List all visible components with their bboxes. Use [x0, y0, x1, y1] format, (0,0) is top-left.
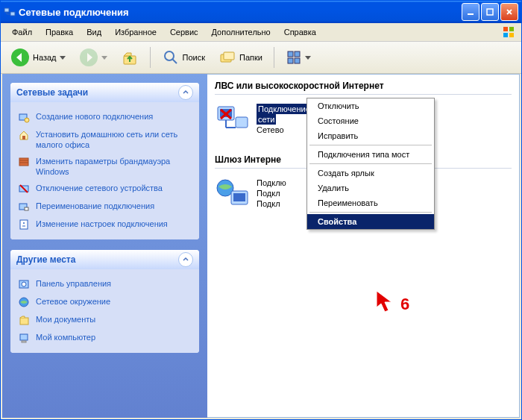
- toolbar-separator: [274, 47, 274, 68]
- panel-body: Создание нового подключения Установить д…: [10, 102, 199, 239]
- place-control-panel[interactable]: Панель управления: [18, 275, 192, 293]
- svg-line-16: [172, 59, 177, 63]
- rename-icon: [18, 201, 30, 213]
- context-menu: Отключить Состояние Исправить Подключени…: [306, 98, 435, 230]
- connection-line3: Сетево: [257, 125, 284, 134]
- new-connection-icon: [18, 111, 30, 123]
- menu-file[interactable]: Файл: [5, 26, 39, 38]
- folders-button[interactable]: Папки: [213, 46, 268, 69]
- tasks-sidebar: Сетевые задачи Создание нового подключен…: [2, 74, 207, 418]
- svg-rect-0: [4, 8, 9, 12]
- svg-rect-41: [22, 341, 26, 342]
- menu-tools[interactable]: Сервис: [163, 26, 205, 38]
- collapse-icon: [178, 252, 193, 267]
- task-label: Отключение сетевого устройства: [36, 183, 163, 193]
- panel-body: Панель управления Сетевое окружение Мои …: [10, 269, 199, 353]
- svg-rect-39: [20, 318, 28, 325]
- connection-line1: Подклю: [257, 178, 286, 187]
- place-label: Мой компьютер: [36, 332, 95, 342]
- svg-rect-1: [10, 12, 15, 16]
- divider: [215, 94, 512, 95]
- menu-view[interactable]: Вид: [80, 26, 108, 38]
- group-lan: ЛВС или высокоскоростной Интернет: [207, 75, 519, 98]
- svg-rect-8: [503, 27, 508, 31]
- panel-title: Другие места: [16, 254, 75, 265]
- internet-gateway-icon: [215, 178, 251, 209]
- ctx-repair[interactable]: Исправить: [307, 128, 434, 143]
- task-properties[interactable]: Изменение настроек подключения: [18, 216, 192, 233]
- task-label: Создание нового подключения: [36, 111, 153, 122]
- firewall-icon: [18, 156, 30, 168]
- ctx-bridge[interactable]: Подключения типа мост: [307, 147, 434, 162]
- network-connections-icon: [4, 6, 16, 18]
- place-network-places[interactable]: Сетевое окружение: [18, 293, 192, 311]
- ctx-rename[interactable]: Переименовать: [307, 195, 434, 210]
- chevron-down-icon: [101, 56, 107, 60]
- search-button[interactable]: Поиск: [157, 46, 210, 69]
- place-my-documents[interactable]: Мои документы: [18, 311, 192, 329]
- connection-line3: Подкл: [257, 199, 280, 208]
- svg-rect-18: [224, 52, 234, 60]
- views-icon: [286, 49, 302, 66]
- svg-point-37: [22, 282, 26, 286]
- menu-advanced[interactable]: Дополнительно: [205, 26, 277, 38]
- chevron-down-icon: [305, 56, 311, 60]
- ctx-disconnect[interactable]: Отключить: [307, 98, 434, 113]
- network-places-icon: [18, 296, 30, 308]
- windows-flag-icon: [500, 24, 517, 40]
- menu-edit[interactable]: Правка: [39, 26, 80, 38]
- svg-rect-4: [468, 13, 474, 15]
- folders-icon: [218, 48, 236, 66]
- minimize-button[interactable]: [462, 3, 479, 21]
- my-computer-icon: [18, 332, 30, 344]
- menu-favorites[interactable]: Избранное: [108, 26, 163, 38]
- window-buttons: [462, 3, 518, 21]
- forward-icon: [79, 48, 98, 67]
- lan-connection-icon: [215, 104, 251, 135]
- svg-rect-20: [295, 51, 300, 57]
- other-places-header[interactable]: Другие места: [10, 250, 199, 269]
- ctx-separator: [309, 163, 432, 164]
- maximize-button[interactable]: [481, 3, 499, 21]
- svg-rect-9: [509, 27, 514, 31]
- svg-point-24: [25, 118, 29, 122]
- ctx-shortcut[interactable]: Создать ярлык: [307, 166, 434, 181]
- search-label: Поиск: [183, 53, 205, 62]
- task-rename[interactable]: Переименование подключения: [18, 198, 192, 216]
- task-firewall[interactable]: Изменить параметры брандмауэра Windows: [18, 153, 192, 180]
- properties-icon: [18, 219, 30, 231]
- task-label: Переименование подключения: [36, 201, 154, 211]
- task-home-network[interactable]: Установить домашнюю сеть или сеть малого…: [18, 126, 192, 153]
- back-button[interactable]: Назад: [5, 45, 71, 70]
- views-button[interactable]: [280, 46, 316, 69]
- svg-rect-32: [25, 207, 28, 210]
- svg-rect-26: [19, 158, 28, 166]
- svg-rect-10: [503, 33, 508, 37]
- task-disable-device[interactable]: Отключение сетевого устройства: [18, 180, 192, 198]
- menubar: Файл Правка Вид Избранное Сервис Дополни…: [1, 23, 521, 42]
- disable-device-icon: [18, 183, 30, 195]
- place-my-computer[interactable]: Мой компьютер: [18, 329, 192, 347]
- connection-line2: сети: [257, 114, 276, 125]
- close-button[interactable]: [500, 3, 518, 21]
- folders-label: Папки: [239, 53, 262, 62]
- network-tasks-header[interactable]: Сетевые задачи: [10, 83, 199, 102]
- svg-rect-25: [22, 136, 25, 140]
- ctx-status[interactable]: Состояние: [307, 113, 434, 128]
- up-button[interactable]: [116, 46, 144, 69]
- explorer-window: Сетевые подключения Файл Правка Вид Избр…: [0, 0, 522, 420]
- home-network-icon: [18, 129, 30, 141]
- back-label: Назад: [33, 53, 57, 62]
- task-new-connection[interactable]: Создание нового подключения: [18, 108, 192, 126]
- toolbar: Назад Поиск Папки: [1, 42, 521, 74]
- group-label: ЛВС или высокоскоростной Интернет: [215, 81, 384, 91]
- menu-help[interactable]: Справка: [277, 26, 323, 38]
- ctx-properties[interactable]: Свойства: [307, 214, 434, 229]
- svg-rect-44: [236, 117, 248, 128]
- place-label: Мои документы: [36, 314, 95, 325]
- ctx-separator: [309, 212, 432, 213]
- network-tasks-panel: Сетевые задачи Создание нового подключен…: [10, 83, 199, 239]
- collapse-icon: [178, 85, 193, 100]
- ctx-delete[interactable]: Удалить: [307, 181, 434, 195]
- forward-button[interactable]: [74, 45, 113, 70]
